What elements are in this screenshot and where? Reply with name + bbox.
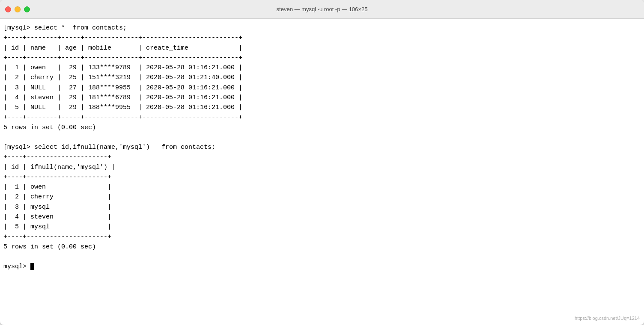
- traffic-lights: [5, 6, 30, 12]
- close-button[interactable]: [5, 6, 11, 12]
- terminal-body[interactable]: [mysql> select * from contacts; +----+--…: [0, 19, 644, 325]
- line-1: [mysql> select * from contacts; +----+--…: [3, 24, 242, 270]
- titlebar: steven — mysql -u root -p — 106×25: [0, 0, 644, 19]
- watermark: https://blog.csdn.net/JUq=1214: [575, 315, 640, 322]
- window-title: steven — mysql -u root -p — 106×25: [277, 6, 368, 12]
- minimize-button[interactable]: [15, 6, 21, 12]
- maximize-button[interactable]: [24, 6, 30, 12]
- terminal-cursor: [30, 263, 34, 270]
- terminal-window: steven — mysql -u root -p — 106×25 [mysq…: [0, 0, 644, 325]
- terminal-content: [mysql> select * from contacts; +----+--…: [3, 23, 641, 272]
